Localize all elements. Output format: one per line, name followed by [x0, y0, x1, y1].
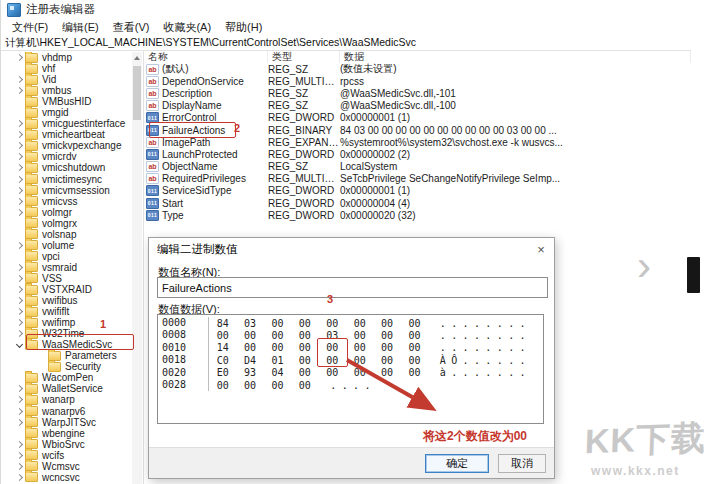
tree-item-walletservice[interactable]: WalletService — [1, 383, 133, 394]
hex-byte[interactable]: 00 — [373, 318, 400, 329]
chevron-right-icon[interactable] — [14, 298, 24, 303]
tree-item-volmgr[interactable]: volmgr — [1, 207, 133, 218]
chevron-right-icon[interactable] — [14, 243, 24, 248]
value-row-servicesidtype[interactable]: 011ServiceSidTypeREG_DWORD0x00000001 (1) — [144, 185, 691, 197]
chevron-right-icon[interactable] — [14, 320, 24, 325]
chevron-right-icon[interactable]: › — [637, 245, 651, 287]
chevron-right-icon[interactable] — [14, 331, 24, 336]
hex-byte[interactable]: 14 — [209, 342, 236, 353]
hex-byte[interactable]: 00 — [401, 330, 428, 341]
hex-byte[interactable]: 00 — [291, 318, 318, 329]
tree-item-parameters[interactable]: Parameters — [1, 350, 133, 361]
tree-item-wbiosrvc[interactable]: WbioSrvc — [1, 439, 133, 450]
chevron-down-icon[interactable] — [14, 342, 24, 347]
chevron-right-icon[interactable] — [14, 287, 24, 292]
value-row-failureactions[interactable]: 011FailureActionsREG_BINARY84 03 00 00 0… — [144, 124, 691, 136]
tree-item-vwifimp[interactable]: vwifimp — [1, 317, 133, 328]
tree-item-vsmraid[interactable]: vsmraid — [1, 262, 133, 273]
tree-item-wbengine[interactable]: wbengine — [1, 428, 133, 439]
hex-byte[interactable]: 00 — [236, 330, 263, 341]
chevron-right-icon[interactable] — [14, 177, 24, 182]
value-row-description[interactable]: abDescriptionREG_SZ@WaaSMedicSvc.dll,-10… — [144, 87, 691, 99]
chevron-right-icon[interactable] — [14, 265, 24, 270]
value-row-dependonservice[interactable]: abDependOnServiceREG_MULTI_SZrpcss — [144, 75, 691, 87]
hex-byte[interactable]: 01 — [264, 355, 291, 366]
value-row-launchprotected[interactable]: 011LaunchProtectedREG_DWORD0x00000002 (2… — [144, 148, 691, 160]
tree-item-volume[interactable]: volume — [1, 240, 133, 251]
hex-byte[interactable]: 00 — [401, 342, 428, 353]
chevron-right-icon[interactable] — [14, 464, 24, 469]
value-row-displayname[interactable]: abDisplayNameREG_SZ@WaaSMedicSvc.dll,-10… — [144, 100, 691, 112]
column-header[interactable]: 类型 — [268, 51, 340, 63]
tree-scrollbar[interactable] — [132, 52, 142, 484]
chevron-right-icon[interactable] — [14, 55, 24, 60]
chevron-right-icon[interactable] — [14, 132, 24, 137]
chevron-right-icon[interactable] — [14, 420, 24, 425]
hex-byte[interactable]: 00 — [291, 380, 318, 391]
value-row-objectname[interactable]: abObjectNameREG_SZLocalSystem — [144, 161, 691, 173]
hex-byte[interactable]: 00 — [319, 367, 346, 378]
tree-item-wanarpv6[interactable]: wanarpv6 — [1, 406, 133, 417]
hex-byte[interactable]: 03 — [236, 318, 263, 329]
hex-byte[interactable]: 00 — [346, 367, 373, 378]
value-row-type[interactable]: 011TypeREG_DWORD0x00000020 (32) — [144, 209, 691, 221]
tree-item-security[interactable]: Security — [1, 361, 133, 372]
hex-byte[interactable]: 93 — [236, 367, 263, 378]
hex-byte[interactable]: 00 — [373, 367, 400, 378]
hex-byte[interactable]: 00 — [373, 342, 400, 353]
tree-item-wcncsvc[interactable]: wcncsvc — [1, 472, 133, 483]
hex-byte[interactable]: 00 — [236, 342, 263, 353]
tree-item-wcmsvc[interactable]: Wcmsvc — [1, 461, 133, 472]
hex-byte[interactable]: 00 — [209, 330, 236, 341]
hex-byte[interactable]: 00 — [401, 367, 428, 378]
chevron-right-icon[interactable] — [14, 210, 24, 215]
hex-byte[interactable]: 00 — [291, 330, 318, 341]
tree-item-vmictimesync[interactable]: vmictimesync — [1, 174, 133, 185]
hex-byte[interactable]: D4 — [236, 355, 263, 366]
tree-item-volmgrx[interactable]: volmgrx — [1, 218, 133, 229]
chevron-right-icon[interactable] — [14, 154, 24, 159]
cancel-button[interactable]: 取消 — [498, 454, 546, 473]
value-row-[interactable]: ab(默认)REG_SZ(数值未设置) — [144, 63, 691, 75]
hex-byte[interactable]: 03 — [319, 330, 346, 341]
tree-item-vmicheartbeat[interactable]: vmicheartbeat — [1, 129, 133, 140]
value-name-input[interactable]: FailureActions — [157, 277, 548, 298]
value-row-imagepath[interactable]: abImagePathREG_EXPAND_SZ%systemroot%\sys… — [144, 136, 691, 148]
tree-item-vwififlt[interactable]: vwififlt — [1, 306, 133, 317]
tree-item-vss[interactable]: VSS — [1, 273, 133, 284]
value-row-start[interactable]: 011StartREG_DWORD0x00000004 (4) — [144, 197, 691, 209]
chevron-right-icon[interactable] — [14, 309, 24, 314]
chevron-right-icon[interactable] — [14, 121, 24, 126]
hex-byte[interactable]: 00 — [346, 355, 373, 366]
hex-byte[interactable]: 00 — [264, 342, 291, 353]
hex-byte[interactable]: 00 — [401, 355, 428, 366]
hex-byte[interactable]: 04 — [264, 367, 291, 378]
hex-byte[interactable]: 00 — [319, 342, 346, 353]
address-bar[interactable]: 计算机\HKEY_LOCAL_MACHINE\SYSTEM\CurrentCon… — [1, 36, 691, 51]
menu-item[interactable]: 文件(F) — [5, 20, 55, 35]
hex-byte[interactable]: 84 — [209, 318, 236, 329]
tree-item-waasmedicsvc[interactable]: WaaSMedicSvc — [1, 339, 133, 350]
tree-item-warpjitsvc[interactable]: WarpJITSvc — [1, 417, 133, 428]
value-row-requiredprivileges[interactable]: abRequiredPrivilegesREG_MULTI_SZSeTcbPri… — [144, 173, 691, 185]
chevron-right-icon[interactable] — [14, 442, 24, 447]
tree-item-wcifs[interactable]: wcifs — [1, 450, 133, 461]
tree-item-vmbushid[interactable]: VMBusHID — [1, 96, 133, 107]
tree-item-w32time[interactable]: W32Time — [1, 328, 133, 339]
menu-item[interactable]: 帮助(H) — [218, 20, 269, 35]
hex-byte[interactable]: 00 — [236, 380, 263, 391]
hex-byte[interactable]: 00 — [291, 342, 318, 353]
menu-item[interactable]: 查看(V) — [106, 20, 157, 35]
hex-byte[interactable]: 00 — [264, 318, 291, 329]
tree-item-vid[interactable]: Vid — [1, 74, 133, 85]
hex-byte[interactable]: 00 — [319, 355, 346, 366]
hex-byte[interactable]: 00 — [291, 367, 318, 378]
scroll-thumb[interactable] — [133, 66, 141, 120]
close-icon[interactable]: × — [528, 239, 554, 259]
ok-button[interactable]: 确定 — [425, 454, 489, 473]
hex-byte[interactable]: 00 — [291, 355, 318, 366]
hex-byte[interactable]: C0 — [209, 355, 236, 366]
hex-byte[interactable]: 00 — [264, 330, 291, 341]
tree-item-wanarp[interactable]: wanarp — [1, 394, 133, 405]
hex-byte[interactable]: 00 — [373, 355, 400, 366]
